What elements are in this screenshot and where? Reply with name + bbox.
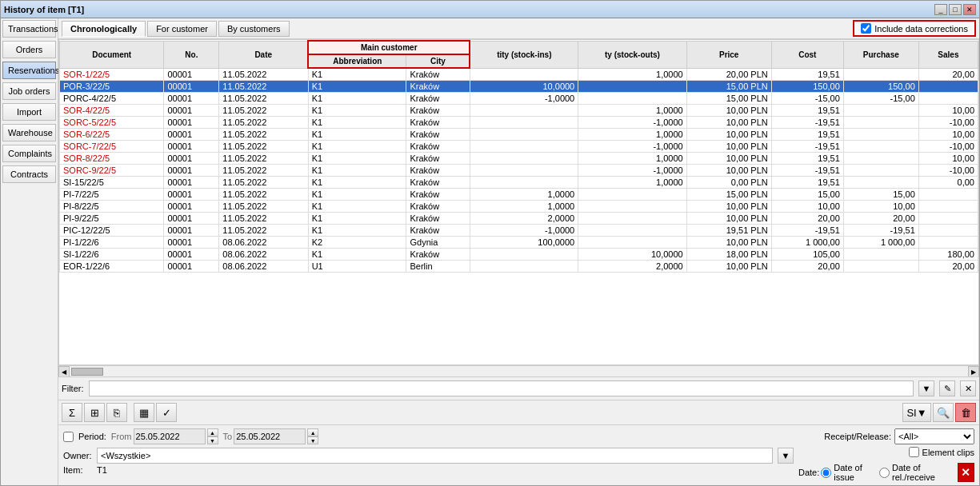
owner-dropdown-button[interactable]: ▼ bbox=[778, 448, 794, 464]
date-cell: 08.06.2022 bbox=[219, 249, 308, 261]
search-button[interactable]: 🔍 bbox=[933, 403, 954, 422]
include-corrections-checkbox[interactable] bbox=[861, 23, 871, 34]
price-cell: 10,00 PLN bbox=[686, 141, 771, 153]
price-cell: 10,00 PLN bbox=[686, 117, 771, 129]
sidebar-item-reservations[interactable]: Reservations bbox=[2, 62, 56, 79]
date-option2-radio[interactable] bbox=[879, 468, 890, 478]
filter-input[interactable] bbox=[89, 380, 914, 396]
tab-for-customer[interactable]: For customer bbox=[147, 21, 217, 37]
col-header-city: City bbox=[406, 54, 470, 68]
copy-button[interactable]: ⎘ bbox=[106, 403, 127, 422]
element-clips-label: Element clips bbox=[922, 448, 974, 457]
sales-cell bbox=[918, 201, 978, 213]
tab-chronologically[interactable]: Chronologically bbox=[62, 21, 146, 37]
date-option1-label[interactable]: Date of issue bbox=[821, 463, 878, 482]
table-row[interactable]: PI-7/22/50000111.05.2022K1Kraków1,000015… bbox=[60, 189, 978, 201]
sidebar-item-warehouse[interactable]: Warehouse bbox=[2, 124, 56, 141]
from-date-up[interactable]: ▲ bbox=[207, 428, 218, 436]
document-link[interactable]: SOR-8/22/5 bbox=[63, 153, 110, 163]
restore-button[interactable]: □ bbox=[949, 4, 962, 15]
city-cell: Kraków bbox=[406, 141, 470, 153]
scrollbar-thumb[interactable] bbox=[71, 368, 103, 376]
table-row[interactable]: SOR-1/22/50000111.05.2022K1Kraków1,00002… bbox=[60, 68, 978, 81]
grid-button[interactable]: ⊞ bbox=[84, 403, 105, 422]
check-button[interactable]: ✓ bbox=[156, 403, 177, 422]
sum-button[interactable]: Σ bbox=[62, 403, 82, 422]
sidebar-item-import[interactable]: Import bbox=[2, 103, 56, 121]
to-date-down[interactable]: ▼ bbox=[307, 436, 318, 444]
document-link[interactable]: SOR-6/22/5 bbox=[63, 129, 110, 139]
table-row[interactable]: SORC-5/22/50000111.05.2022K1Kraków-1,000… bbox=[60, 117, 978, 129]
scroll-right-button[interactable]: ▶ bbox=[968, 366, 979, 377]
table-row[interactable]: PORC-4/22/50000111.05.2022K1Kraków-1,000… bbox=[60, 93, 978, 105]
table-row[interactable]: SORC-7/22/50000111.05.2022K1Kraków-1,000… bbox=[60, 141, 978, 153]
cost-cell: 105,00 bbox=[771, 249, 843, 261]
from-date-input[interactable] bbox=[134, 428, 206, 444]
sidebar-item-orders[interactable]: Orders bbox=[2, 41, 56, 58]
qty-out-cell bbox=[578, 81, 686, 93]
horizontal-scrollbar[interactable]: ◀ ▶ bbox=[58, 365, 979, 376]
document-link[interactable]: SORC-9/22/5 bbox=[63, 165, 116, 175]
bar-button[interactable]: ▦ bbox=[134, 403, 154, 422]
qty-out-cell bbox=[578, 237, 686, 249]
table-row[interactable]: SOR-6/22/50000111.05.2022K1Kraków1,00001… bbox=[60, 129, 978, 141]
no-cell: 00001 bbox=[164, 189, 219, 201]
date-cell: 11.05.2022 bbox=[219, 225, 308, 237]
table-row[interactable]: SI-1/22/60000108.06.2022K1Kraków10,00001… bbox=[60, 249, 978, 261]
document-link[interactable]: SOR-4/22/5 bbox=[63, 106, 110, 115]
sidebar-item-contracts[interactable]: Contracts bbox=[2, 165, 56, 183]
qty-out-cell: -1,0000 bbox=[578, 165, 686, 177]
date-option2-label[interactable]: Date of rel./receive bbox=[879, 463, 956, 482]
si-button[interactable]: SI▼ bbox=[902, 403, 931, 422]
tab-by-customers[interactable]: By customers bbox=[218, 21, 290, 37]
sidebar-item-transactions[interactable]: Transactions bbox=[2, 20, 56, 38]
table-row[interactable]: POR-3/22/50000111.05.2022K1Kraków10,0000… bbox=[60, 81, 978, 93]
scroll-left-button[interactable]: ◀ bbox=[58, 366, 70, 377]
filter-edit-button[interactable]: ✎ bbox=[939, 380, 955, 396]
document-link[interactable]: POR-3/22/5 bbox=[63, 82, 110, 91]
close-button[interactable]: ✕ bbox=[963, 4, 976, 15]
filter-clear-button[interactable]: ✕ bbox=[960, 380, 976, 396]
document-link[interactable]: SOR-1/22/5 bbox=[63, 70, 110, 79]
qty-in-cell bbox=[470, 141, 578, 153]
table-row[interactable]: PIC-12/22/50000111.05.2022K1Kraków-1,000… bbox=[60, 225, 978, 237]
cost-cell: -19,51 bbox=[771, 225, 843, 237]
qty-out-cell bbox=[578, 93, 686, 105]
city-cell: Kraków bbox=[406, 153, 470, 165]
delete-button[interactable]: 🗑 bbox=[955, 403, 976, 422]
minimize-button[interactable]: _ bbox=[934, 4, 947, 15]
table-row[interactable]: SOR-4/22/50000111.05.2022K1Kraków1,00001… bbox=[60, 105, 978, 117]
receipt-select[interactable]: <All> bbox=[894, 428, 974, 444]
price-cell: 18,00 PLN bbox=[686, 249, 771, 261]
window-controls: _ □ ✕ bbox=[934, 4, 976, 15]
table-row[interactable]: SORC-9/22/50000111.05.2022K1Kraków-1,000… bbox=[60, 165, 978, 177]
no-cell: 00001 bbox=[164, 129, 219, 141]
data-table-wrapper[interactable]: Document No. Date Main customer tity (st… bbox=[58, 39, 979, 365]
element-clips-checkbox[interactable] bbox=[909, 447, 919, 457]
qty-in-cell: 100,0000 bbox=[470, 237, 578, 249]
table-row[interactable]: PI-1/22/60000108.06.2022K2Gdynia100,0000… bbox=[60, 237, 978, 249]
item-value: T1 bbox=[97, 465, 107, 475]
document-link[interactable]: SORC-7/22/5 bbox=[63, 141, 116, 151]
bottom-left: Period: From ▲ ▼ To bbox=[63, 428, 794, 475]
to-date-input[interactable] bbox=[234, 428, 306, 444]
document-link[interactable]: SORC-5/22/5 bbox=[63, 118, 116, 127]
table-row[interactable]: SOR-8/22/50000111.05.2022K1Kraków1,00001… bbox=[60, 153, 978, 165]
owner-input[interactable] bbox=[97, 448, 773, 464]
abbrev-cell: K1 bbox=[308, 68, 406, 81]
qty-in-cell: 1,0000 bbox=[470, 201, 578, 213]
sidebar-item-complaints[interactable]: Complaints bbox=[2, 145, 56, 162]
owner-label: Owner: bbox=[63, 451, 92, 460]
from-date-down[interactable]: ▼ bbox=[207, 436, 218, 444]
to-date-up[interactable]: ▲ bbox=[307, 428, 318, 436]
table-row[interactable]: SI-15/22/50000111.05.2022K1Kraków1,00000… bbox=[60, 177, 978, 189]
filter-dropdown-button[interactable]: ▼ bbox=[918, 380, 934, 396]
sidebar-item-job-orders[interactable]: Job orders bbox=[2, 82, 56, 100]
bottom-delete-button[interactable]: ✕ bbox=[958, 463, 974, 482]
table-row[interactable]: PI-9/22/50000111.05.2022K1Kraków2,000010… bbox=[60, 213, 978, 225]
period-checkbox[interactable] bbox=[63, 432, 74, 442]
city-cell: Kraków bbox=[406, 249, 470, 261]
table-row[interactable]: PI-8/22/50000111.05.2022K1Kraków1,000010… bbox=[60, 201, 978, 213]
date-option1-radio[interactable] bbox=[821, 468, 831, 478]
table-row[interactable]: EOR-1/22/60000108.06.2022U1Berlin2,00001… bbox=[60, 261, 978, 273]
